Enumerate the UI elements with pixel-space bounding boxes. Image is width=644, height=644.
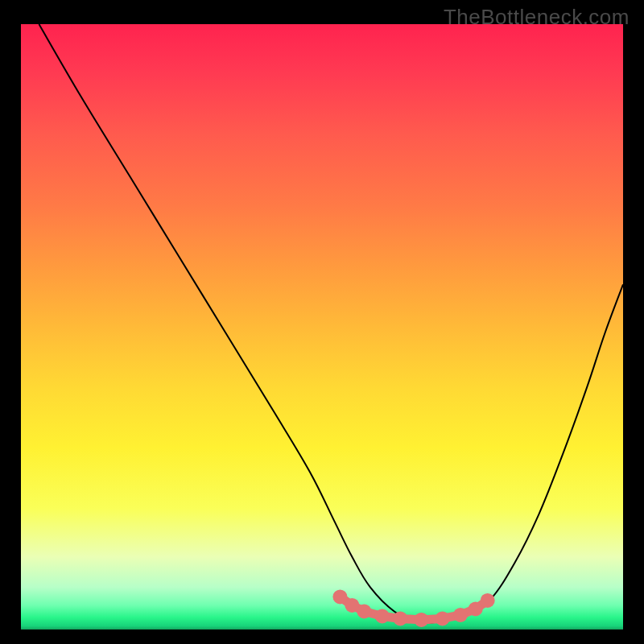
curve-overlay — [21, 24, 623, 630]
chart-frame: TheBottleneck.com — [0, 0, 644, 644]
highlight-dot — [393, 611, 407, 625]
plot-area — [21, 24, 623, 630]
highlight-dot — [469, 601, 483, 616]
highlight-dot — [375, 609, 390, 623]
highlight-dot — [332, 589, 347, 604]
highlight-dot — [357, 604, 371, 618]
highlight-dot — [414, 613, 428, 627]
highlight-dot — [453, 608, 468, 622]
highlight-dot — [481, 593, 495, 608]
highlight-dot — [436, 611, 450, 625]
bottleneck-curve — [39, 24, 623, 623]
highlight-segment — [332, 589, 494, 627]
